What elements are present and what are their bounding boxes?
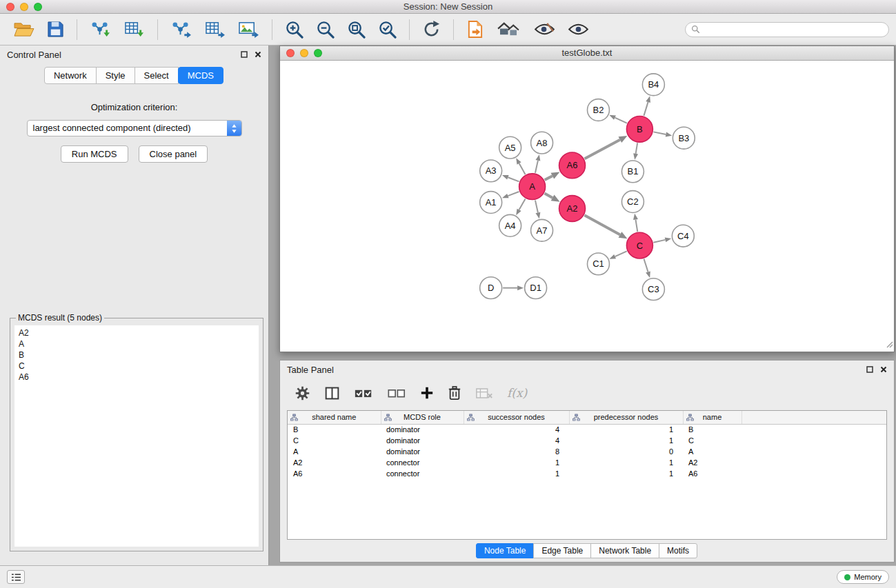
graph-edge-A-A7[interactable] <box>535 201 540 219</box>
eye-button[interactable] <box>564 19 593 39</box>
optimization-criterion-select[interactable]: largest connected component (directed) <box>27 120 242 136</box>
graph-edge-A-A2[interactable] <box>545 194 560 202</box>
list-item[interactable]: A <box>19 338 255 349</box>
graph-node-A4[interactable]: A4 <box>499 214 521 236</box>
search-input[interactable] <box>704 25 883 34</box>
list-item[interactable]: B <box>19 349 255 361</box>
graph-edge-A2-C[interactable] <box>584 215 627 239</box>
search-box[interactable] <box>685 22 889 37</box>
graph-node-B[interactable]: B <box>626 116 653 142</box>
graph-node-A8[interactable]: A8 <box>531 132 553 154</box>
network-minimize-button[interactable] <box>300 49 308 57</box>
graph-edge-A-A8[interactable] <box>535 154 540 173</box>
column-header-name[interactable]: name <box>683 411 741 424</box>
graph-edge-A-A4[interactable] <box>516 199 525 215</box>
zoom-in-button[interactable] <box>281 17 308 41</box>
import-network-button[interactable] <box>86 17 115 41</box>
graph-node-A2[interactable]: A2 <box>559 196 586 222</box>
column-header-successor-nodes[interactable]: successor nodes <box>464 411 569 424</box>
delete-row-button[interactable] <box>443 383 466 403</box>
tab-network-table[interactable]: Network Table <box>590 543 659 558</box>
graph-node-C2[interactable]: C2 <box>621 191 644 213</box>
list-item[interactable]: A6 <box>19 372 255 383</box>
tab-node-table[interactable]: Node Table <box>476 543 535 558</box>
zoom-out-button[interactable] <box>312 17 339 41</box>
close-table-panel-button[interactable] <box>880 366 887 373</box>
list-item[interactable]: C <box>19 361 255 372</box>
graph-node-A1[interactable]: A1 <box>480 192 502 214</box>
zoom-fit-button[interactable] <box>343 17 370 41</box>
graph-edge-A6-B[interactable] <box>585 136 628 159</box>
save-session-button[interactable] <box>43 18 68 41</box>
run-mcds-button[interactable]: Run MCDS <box>61 145 128 163</box>
graph-node-C[interactable]: C <box>626 232 653 258</box>
close-panel-button[interactable] <box>255 51 261 58</box>
tab-motifs[interactable]: Motifs <box>659 543 697 558</box>
column-header-predecessor-nodes[interactable]: predecessor nodes <box>569 411 683 424</box>
graph-edge-A-A1[interactable] <box>502 192 519 198</box>
resize-grip[interactable] <box>886 338 893 351</box>
column-header-MCDS-role[interactable]: MCDS role <box>381 411 464 424</box>
graph-node-A3[interactable]: A3 <box>480 160 502 182</box>
table-row[interactable]: Cdominator41C <box>288 435 886 446</box>
deselect-all-button[interactable] <box>382 384 411 403</box>
network-window-titlebar[interactable]: testGlobe.txt <box>280 46 894 61</box>
add-row-button[interactable] <box>415 384 439 402</box>
panel-menu-button[interactable] <box>7 570 25 584</box>
minimize-button[interactable] <box>20 3 28 11</box>
table-row[interactable]: A6connector11A6 <box>288 468 886 479</box>
column-header-shared-name[interactable]: shared name <box>288 411 381 424</box>
graph-edge-C-C4[interactable] <box>653 238 671 243</box>
table-row[interactable]: Adominator80A <box>288 446 886 457</box>
graph-node-A7[interactable]: A7 <box>531 219 553 241</box>
tab-network[interactable]: Network <box>44 67 97 84</box>
open-file-button[interactable] <box>9 18 39 41</box>
zoom-selected-button[interactable] <box>374 17 401 41</box>
columns-button[interactable] <box>319 383 345 403</box>
graph-node-A[interactable]: A <box>519 174 546 200</box>
memory-button[interactable]: Memory <box>837 570 889 584</box>
export-network-button[interactable] <box>166 17 196 41</box>
graph-node-D1[interactable]: D1 <box>525 277 547 299</box>
tab-edge-table[interactable]: Edge Table <box>533 543 591 558</box>
list-item[interactable]: A2 <box>19 327 255 338</box>
graph-node-B1[interactable]: B1 <box>621 161 644 183</box>
graph-edge-C-C1[interactable] <box>609 251 626 258</box>
graph-edge-A-A5[interactable] <box>516 158 525 174</box>
graph-node-C4[interactable]: C4 <box>672 225 694 247</box>
table-row[interactable]: A2connector11A2 <box>288 457 886 468</box>
close-panel-button-2[interactable]: Close panel <box>139 145 208 163</box>
graph-node-B3[interactable]: B3 <box>673 127 695 149</box>
export-table-button[interactable] <box>200 17 230 41</box>
zoom-window-button[interactable] <box>34 3 42 11</box>
eye-pencil-button[interactable] <box>530 19 559 39</box>
graph-edge-A-A6[interactable] <box>545 172 560 181</box>
network-canvas[interactable]: B4B2BB3A5A8A6A3B1AA1C2A2A4A7C4CC1C3DD1 <box>280 61 894 352</box>
graph-edge-B-B1[interactable] <box>633 143 638 159</box>
graph-edge-D-D1[interactable] <box>503 285 524 290</box>
tab-select[interactable]: Select <box>135 67 179 84</box>
export-image-button[interactable] <box>234 17 263 41</box>
graph-edge-C-C2[interactable] <box>633 214 638 232</box>
select-all-button[interactable] <box>349 384 378 403</box>
tab-mcds[interactable]: MCDS <box>178 67 223 84</box>
float-panel-button[interactable] <box>241 51 248 58</box>
graph-edge-C-C3[interactable] <box>644 259 650 278</box>
graph-node-A6[interactable]: A6 <box>559 152 586 179</box>
float-table-panel-button[interactable] <box>866 366 873 373</box>
tab-style[interactable]: Style <box>96 67 135 84</box>
graph-node-B2[interactable]: B2 <box>587 99 609 121</box>
graph-node-D[interactable]: D <box>480 277 502 299</box>
import-table-button[interactable] <box>119 17 149 41</box>
close-button[interactable] <box>6 3 14 11</box>
graph-edge-A-A3[interactable] <box>502 175 519 181</box>
table-row[interactable]: Bdominator41B <box>288 424 886 435</box>
graph-edge-B-B2[interactable] <box>609 115 627 123</box>
graph-node-C1[interactable]: C1 <box>587 253 609 275</box>
settings-gear-button[interactable] <box>290 383 315 403</box>
houses-button[interactable] <box>492 18 526 41</box>
graph-edge-B-B4[interactable] <box>644 96 650 115</box>
document-button[interactable] <box>462 17 488 41</box>
refresh-layout-button[interactable] <box>418 17 445 41</box>
graph-node-B4[interactable]: B4 <box>642 74 664 96</box>
